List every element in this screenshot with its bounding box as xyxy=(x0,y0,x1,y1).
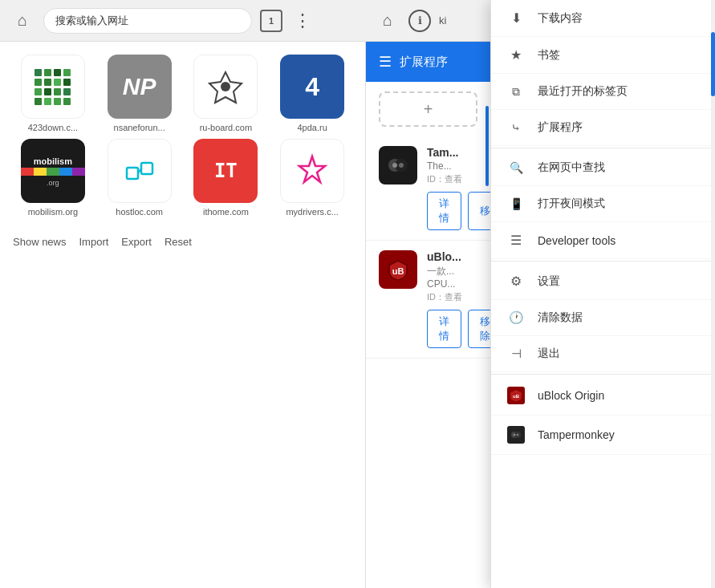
svg-text:uB: uB xyxy=(513,394,520,399)
menu-item-extensions-label: 扩展程序 xyxy=(538,120,583,135)
scrollbar-right[interactable] xyxy=(711,0,715,588)
speed-dial-grid: 423down.c... NP nsaneforun... ru-board.c… xyxy=(13,55,352,217)
menu-item-clear-data-label: 清除数据 xyxy=(538,310,583,325)
tab-count-badge[interactable]: 1 xyxy=(260,10,282,32)
menu-divider-1 xyxy=(491,148,715,148)
clear-data-icon: 🕐 xyxy=(507,310,525,325)
download-icon: ⬇ xyxy=(507,10,525,26)
speed-dial-item-4pda[interactable]: 4 4pda.ru xyxy=(272,55,352,132)
dropdown-menu: ⬇ 下载内容 ★ 书签 ⧉ 最近打开的标签页 ⤷ 扩展程序 🔍 在网页中查找 📱… xyxy=(490,0,715,588)
tampermonkey-name: Tam... xyxy=(427,146,477,159)
menu-item-recent-tabs[interactable]: ⧉ 最近打开的标签页 xyxy=(491,74,715,110)
bottom-actions: Show news Import Export Reset xyxy=(13,229,352,254)
svg-rect-3 xyxy=(141,163,152,174)
tampermonkey-detail-button[interactable]: 详情 xyxy=(427,192,461,230)
home-icon-right[interactable]: ⌂ xyxy=(375,8,400,34)
menu-item-find[interactable]: 🔍 在网页中查找 xyxy=(491,150,715,186)
extensions-panel: ☰ 扩展程序 + Tam... The... ID：查看 详情 移... xyxy=(365,42,490,588)
url-partial: ki xyxy=(439,14,446,26)
show-news-link[interactable]: Show news xyxy=(13,236,66,248)
import-link[interactable]: Import xyxy=(79,236,108,248)
tampermonkey-desc: The... xyxy=(427,160,477,172)
menu-item-night-mode-label: 打开夜间模式 xyxy=(538,197,605,211)
devtools-icon: ☰ xyxy=(507,233,525,248)
menu-item-ublock-label: uBlock Origin xyxy=(538,389,604,402)
speed-dial-item-nsane[interactable]: NP nsaneforun... xyxy=(100,55,180,132)
ublock-move-button[interactable]: 移除 xyxy=(468,310,490,348)
ublock-name: uBlo... xyxy=(427,250,477,263)
search-bar[interactable]: 搜索或输入网址 xyxy=(43,8,252,34)
add-extension-button[interactable]: + xyxy=(379,91,477,127)
tampermonkey-info: Tam... The... ID：查看 详情 移... xyxy=(427,146,477,230)
speed-dial-label-423down: 423down.c... xyxy=(28,123,78,132)
reset-link[interactable]: Reset xyxy=(165,236,192,248)
speed-dial-label-4pda: 4pda.ru xyxy=(297,123,327,132)
menu-item-recent-tabs-label: 最近打开的标签页 xyxy=(538,84,628,99)
svg-point-8 xyxy=(399,163,404,168)
menu-item-ublock-ext[interactable]: uB uBlock Origin xyxy=(491,376,715,416)
menu-item-devtools-label: Developer tools xyxy=(538,234,615,247)
speed-dial-item-mobilism[interactable]: mobilism .org mobilism.org xyxy=(13,139,93,217)
menu-item-night-mode[interactable]: 📱 打开夜间模式 xyxy=(491,186,715,222)
menu-item-bookmark-label: 书签 xyxy=(538,48,560,63)
logout-icon: ⊣ xyxy=(507,347,525,361)
menu-divider-2 xyxy=(491,261,715,262)
extension-item-tampermonkey: Tam... The... ID：查看 详情 移... xyxy=(366,136,490,241)
star-icon: ★ xyxy=(507,47,525,63)
speed-dial-label-hostloc: hostloc.com xyxy=(116,207,163,217)
night-mode-icon: 📱 xyxy=(507,197,525,210)
menu-item-devtools[interactable]: ☰ Developer tools xyxy=(491,222,715,259)
new-tab-panel: 423down.c... NP nsaneforun... ru-board.c… xyxy=(0,42,365,588)
menu-item-tampermonkey-ext[interactable]: Tampermonkey xyxy=(491,416,715,455)
speed-dial-item-hostloc[interactable]: hostloc.com xyxy=(100,139,180,217)
extension-item-ublock: uB uBlo... 一款... CPU... ID：查看 详情 移除 xyxy=(366,241,490,359)
svg-point-14 xyxy=(517,434,519,436)
tampermonkey-id: ID：查看 xyxy=(427,173,477,185)
ublock-icon: uB xyxy=(379,250,417,289)
tampermonkey-move-button[interactable]: 移... xyxy=(468,192,490,230)
extensions-header: ☰ 扩展程序 xyxy=(366,42,490,82)
scroll-indicator xyxy=(485,106,489,186)
speed-dial-item-mydrivers[interactable]: mydrivers.c... xyxy=(272,139,352,217)
svg-point-1 xyxy=(221,82,230,91)
export-link[interactable]: Export xyxy=(121,236,152,248)
menu-item-download[interactable]: ⬇ 下载内容 xyxy=(491,0,715,37)
hamburger-icon: ☰ xyxy=(379,53,392,71)
svg-rect-2 xyxy=(127,168,138,179)
speed-dial-label-ruboard: ru-board.com xyxy=(200,123,252,132)
speed-dial-label-nsane: nsaneforun... xyxy=(114,123,165,132)
menu-item-find-label: 在网页中查找 xyxy=(538,160,605,175)
menu-dots-button[interactable]: ⋮ xyxy=(290,9,315,33)
svg-point-7 xyxy=(392,163,397,168)
speed-dial-label-mydrivers: mydrivers.c... xyxy=(286,207,338,217)
svg-text:uB: uB xyxy=(392,266,404,276)
ublock-desc: 一款... xyxy=(427,265,477,278)
home-icon[interactable]: ⌂ xyxy=(10,8,35,34)
ublock-id: ID：查看 xyxy=(427,291,477,303)
settings-icon: ⚙ xyxy=(507,274,525,289)
speed-dial-item-423down[interactable]: 423down.c... xyxy=(13,55,93,132)
svg-point-13 xyxy=(514,434,516,436)
speed-dial-item-ithome[interactable]: IT ithome.com xyxy=(186,139,266,217)
speed-dial-item-ruboard[interactable]: ru-board.com xyxy=(186,55,266,132)
speed-dial-label-ithome: ithome.com xyxy=(203,207,249,217)
menu-item-logout[interactable]: ⊣ 退出 xyxy=(491,336,715,372)
recent-tabs-icon: ⧉ xyxy=(507,85,525,99)
ublock-info: uBlo... 一款... CPU... ID：查看 详情 移除 xyxy=(427,250,477,348)
info-icon: ℹ xyxy=(408,10,431,32)
menu-item-clear-data[interactable]: 🕐 清除数据 xyxy=(491,300,715,336)
speed-dial-label-mobilism: mobilism.org xyxy=(28,207,78,217)
ublock-menu-icon: uB xyxy=(507,387,525,404)
tampermonkey-menu-icon xyxy=(507,426,525,444)
menu-item-download-label: 下载内容 xyxy=(538,11,583,26)
ublock-desc2: CPU... xyxy=(427,278,477,290)
extensions-icon: ⤷ xyxy=(507,121,525,134)
ublock-detail-button[interactable]: 详情 xyxy=(427,310,461,348)
menu-item-bookmark[interactable]: ★ 书签 xyxy=(491,37,715,74)
tampermonkey-icon xyxy=(379,146,417,185)
menu-divider-3 xyxy=(491,374,715,375)
menu-item-logout-label: 退出 xyxy=(538,347,560,361)
menu-item-tampermonkey-label: Tampermonkey xyxy=(538,428,615,441)
menu-item-settings[interactable]: ⚙ 设置 xyxy=(491,263,715,300)
menu-item-extensions[interactable]: ⤷ 扩展程序 xyxy=(491,110,715,146)
